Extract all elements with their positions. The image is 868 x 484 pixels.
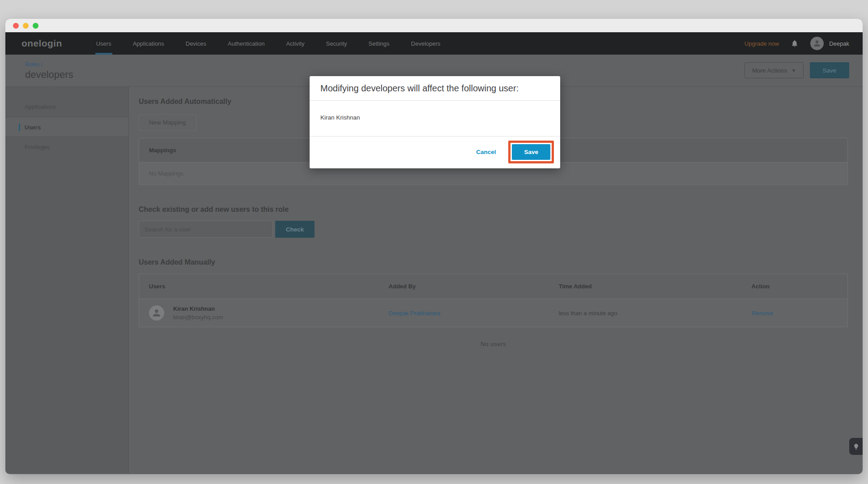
sidebar-item-privileges[interactable]: Privileges	[5, 137, 128, 157]
modal-save-button[interactable]: Save	[512, 144, 550, 160]
breadcrumb[interactable]: Roles /	[25, 61, 849, 68]
onelogin-logo: onelogin	[21, 38, 62, 49]
header-save-button[interactable]: Save	[810, 62, 849, 78]
nav-item-applications[interactable]: Applications	[132, 32, 165, 55]
modal-cancel-button[interactable]: Cancel	[476, 149, 496, 155]
nav-right: Upgrade now Deepak	[745, 32, 849, 55]
row-user-email: kiran@boxyhq.com	[173, 314, 223, 321]
time-added-text: less than a minute ago	[559, 310, 752, 317]
modal-footer: Cancel Save	[310, 136, 560, 168]
top-nav: onelogin Users Applications Devices Auth…	[5, 32, 863, 55]
table-row: Kiran Krishnan kiran@boxyhq.com Deepak P…	[139, 299, 847, 327]
minimize-window-icon[interactable]	[23, 23, 29, 29]
confirm-modal: Modifying developers will affect the fol…	[310, 76, 560, 168]
remove-link[interactable]: Remove	[752, 310, 838, 317]
sidebar-item-applications[interactable]: Applications	[5, 97, 128, 117]
maximize-window-icon[interactable]	[33, 23, 38, 29]
titlebar	[5, 19, 863, 32]
nav-item-authentication[interactable]: Authentication	[227, 32, 265, 55]
user-name: Deepak	[829, 40, 849, 47]
row-user-name: Kiran Krishnan	[173, 305, 223, 312]
user-menu[interactable]: Deepak	[810, 37, 849, 50]
sidebar-item-users[interactable]: Users	[5, 117, 128, 137]
nav-item-security[interactable]: Security	[325, 32, 348, 55]
row-avatar	[149, 305, 164, 321]
chevron-down-icon: ▼	[791, 68, 796, 73]
sidebar-item-label: Users	[25, 124, 41, 131]
role-sidebar: Applications Users Privileges	[5, 87, 129, 473]
header-actions: More Actions ▼ Save	[745, 62, 849, 78]
nav-item-activity[interactable]: Activity	[285, 32, 305, 55]
more-actions-label: More Actions	[752, 67, 787, 74]
column-time-added: Time Added	[559, 283, 752, 290]
manual-section-heading: Users Added Manually	[139, 258, 848, 266]
modal-header: Modifying developers will affect the fol…	[310, 76, 560, 101]
manual-users-table-header: Users Added By Time Added Action	[139, 274, 847, 299]
modal-body: Kiran Krishnan	[310, 101, 560, 136]
close-window-icon[interactable]	[13, 23, 19, 29]
modal-title: Modifying developers will affect the fol…	[320, 83, 549, 94]
nav-item-users[interactable]: Users	[95, 32, 112, 55]
manual-users-table: Users Added By Time Added Action Kiran K…	[139, 274, 848, 327]
user-avatar	[810, 37, 824, 50]
new-mapping-button[interactable]: New Mapping	[139, 114, 196, 131]
notifications-bell-icon[interactable]	[791, 39, 799, 47]
affected-user-name: Kiran Krishnan	[320, 114, 360, 121]
user-name-email: Kiran Krishnan kiran@boxyhq.com	[173, 305, 223, 321]
nav-item-settings[interactable]: Settings	[368, 32, 391, 55]
column-users: Users	[149, 283, 389, 290]
lightbulb-icon	[853, 443, 859, 450]
no-users-text: No users	[139, 341, 848, 347]
upgrade-now-link[interactable]: Upgrade now	[745, 40, 779, 47]
nav-item-devices[interactable]: Devices	[185, 32, 207, 55]
check-section-heading: Check existing or add new users to this …	[139, 206, 848, 214]
nav-item-developers[interactable]: Developers	[410, 32, 442, 55]
help-lightbulb-button[interactable]	[849, 438, 863, 455]
added-by-link[interactable]: Deepak Prabhakara	[389, 310, 559, 317]
search-user-input[interactable]	[139, 221, 273, 238]
active-indicator-bar	[19, 124, 20, 131]
check-user-form: Check	[139, 221, 848, 238]
user-cell: Kiran Krishnan kiran@boxyhq.com	[149, 305, 389, 321]
more-actions-button[interactable]: More Actions ▼	[745, 62, 804, 78]
annotation-highlight: Save	[508, 141, 554, 163]
column-added-by: Added By	[389, 283, 559, 290]
check-button[interactable]: Check	[275, 221, 315, 238]
column-action: Action	[752, 283, 838, 290]
